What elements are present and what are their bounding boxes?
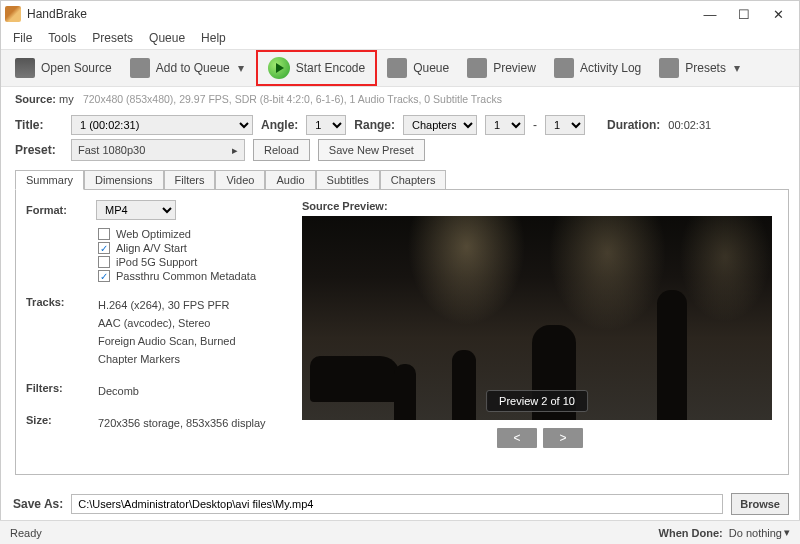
preview-silhouette <box>657 290 687 420</box>
align-av-start-label: Align A/V Start <box>116 242 187 254</box>
size-value: 720x356 storage, 853x356 display <box>98 414 266 432</box>
source-preview-image: Preview 2 of 10 <box>302 216 772 420</box>
menu-bar: File Tools Presets Queue Help <box>1 27 799 49</box>
source-label: Source: <box>15 93 56 105</box>
title-label: Title: <box>15 118 63 132</box>
play-icon <box>268 57 290 79</box>
size-label: Size: <box>26 414 98 432</box>
filters-label: Filters: <box>26 382 98 400</box>
save-as-path-input[interactable] <box>71 494 723 514</box>
angle-label: Angle: <box>261 118 298 132</box>
add-to-queue-label: Add to Queue <box>156 61 230 75</box>
app-icon <box>5 6 21 22</box>
range-to-select[interactable]: 1 <box>545 115 585 135</box>
menu-file[interactable]: File <box>7 29 38 47</box>
start-encode-button[interactable]: Start Encode <box>260 54 373 82</box>
align-av-start-checkbox[interactable] <box>98 242 110 254</box>
tab-chapters[interactable]: Chapters <box>380 170 447 190</box>
save-as-row: Save As: Browse <box>13 493 789 515</box>
menu-tools[interactable]: Tools <box>42 29 82 47</box>
menu-queue[interactable]: Queue <box>143 29 191 47</box>
range-dash: - <box>533 118 537 132</box>
range-from-select[interactable]: 1 <box>485 115 525 135</box>
tab-panel-summary: Format: MP4 Web Optimized Align A/V Star… <box>15 189 789 475</box>
title-select[interactable]: 1 (00:02:31) <box>71 115 253 135</box>
preview-prev-button[interactable]: < <box>497 428 537 448</box>
menu-help[interactable]: Help <box>195 29 232 47</box>
chevron-down-icon[interactable]: ▾ <box>732 61 742 75</box>
save-as-label: Save As: <box>13 497 63 511</box>
source-line: Source: my 720x480 (853x480), 29.97 FPS,… <box>15 93 799 105</box>
browse-button[interactable]: Browse <box>731 493 789 515</box>
open-source-button[interactable]: Open Source <box>7 55 120 81</box>
tracks-label: Tracks: <box>26 296 98 368</box>
close-button[interactable]: ✕ <box>761 3 795 25</box>
format-label: Format: <box>26 204 84 216</box>
preview-silhouette <box>310 356 400 402</box>
window-title: HandBrake <box>27 7 693 21</box>
tracks-line: H.264 (x264), 30 FPS PFR <box>98 296 236 314</box>
presets-button[interactable]: Presets ▾ <box>651 55 750 81</box>
log-icon <box>554 58 574 78</box>
menu-presets[interactable]: Presets <box>86 29 139 47</box>
passthru-metadata-label: Passthru Common Metadata <box>116 270 256 282</box>
tab-video[interactable]: Video <box>215 170 265 190</box>
passthru-metadata-checkbox[interactable] <box>98 270 110 282</box>
add-to-queue-button[interactable]: Add to Queue ▾ <box>122 55 254 81</box>
source-preview-label: Source Preview: <box>302 200 778 212</box>
status-bar: Ready When Done: Do nothing ▾ <box>0 520 800 544</box>
minimize-button[interactable]: — <box>693 3 727 25</box>
title-row: Title: 1 (00:02:31) Angle: 1 Range: Chap… <box>15 115 799 135</box>
preview-button[interactable]: Preview <box>459 55 544 81</box>
tracks-line: Foreign Audio Scan, Burned <box>98 332 236 350</box>
tab-audio[interactable]: Audio <box>265 170 315 190</box>
activity-log-label: Activity Log <box>580 61 641 75</box>
picture-plus-icon <box>130 58 150 78</box>
when-done-select[interactable]: Do nothing ▾ <box>729 526 790 539</box>
film-icon <box>15 58 35 78</box>
tab-filters[interactable]: Filters <box>164 170 216 190</box>
start-encode-label: Start Encode <box>296 61 365 75</box>
tab-dimensions[interactable]: Dimensions <box>84 170 163 190</box>
range-type-select[interactable]: Chapters <box>403 115 477 135</box>
pictures-stack-icon <box>387 58 407 78</box>
ipod-5g-label: iPod 5G Support <box>116 256 197 268</box>
preset-select[interactable]: Fast 1080p30 ▸ <box>71 139 245 161</box>
format-select[interactable]: MP4 <box>96 200 176 220</box>
when-done-value: Do nothing <box>729 527 782 539</box>
preview-next-button[interactable]: > <box>543 428 583 448</box>
filters-value: Decomb <box>98 382 139 400</box>
queue-button[interactable]: Queue <box>379 55 457 81</box>
queue-label: Queue <box>413 61 449 75</box>
tab-subtitles[interactable]: Subtitles <box>316 170 380 190</box>
reload-button[interactable]: Reload <box>253 139 310 161</box>
preset-value: Fast 1080p30 <box>78 144 145 156</box>
preview-label: Preview <box>493 61 536 75</box>
presets-label: Presets <box>685 61 726 75</box>
tab-summary[interactable]: Summary <box>15 170 84 190</box>
preset-row: Preset: Fast 1080p30 ▸ Reload Save New P… <box>15 139 799 161</box>
chevron-down-icon[interactable]: ▾ <box>236 61 246 75</box>
maximize-button[interactable]: ☐ <box>727 3 761 25</box>
when-done-label: When Done: <box>659 527 723 539</box>
chevron-right-icon: ▸ <box>232 144 238 157</box>
title-bar: HandBrake — ☐ ✕ <box>1 1 799 27</box>
preview-silhouette <box>452 350 476 420</box>
angle-select[interactable]: 1 <box>306 115 346 135</box>
preset-label: Preset: <box>15 143 63 157</box>
tracks-line: Chapter Markers <box>98 350 236 368</box>
tabs: Summary Dimensions Filters Video Audio S… <box>15 169 799 189</box>
duration-value: 00:02:31 <box>668 119 711 131</box>
source-name: my <box>59 93 74 105</box>
start-encode-highlight: Start Encode <box>256 50 377 86</box>
chevron-down-icon: ▾ <box>784 526 790 539</box>
tracks-line: AAC (avcodec), Stereo <box>98 314 236 332</box>
web-optimized-label: Web Optimized <box>116 228 191 240</box>
web-optimized-checkbox[interactable] <box>98 228 110 240</box>
save-new-preset-button[interactable]: Save New Preset <box>318 139 425 161</box>
ipod-5g-checkbox[interactable] <box>98 256 110 268</box>
activity-log-button[interactable]: Activity Log <box>546 55 649 81</box>
presets-icon <box>659 58 679 78</box>
range-label: Range: <box>354 118 395 132</box>
open-source-label: Open Source <box>41 61 112 75</box>
